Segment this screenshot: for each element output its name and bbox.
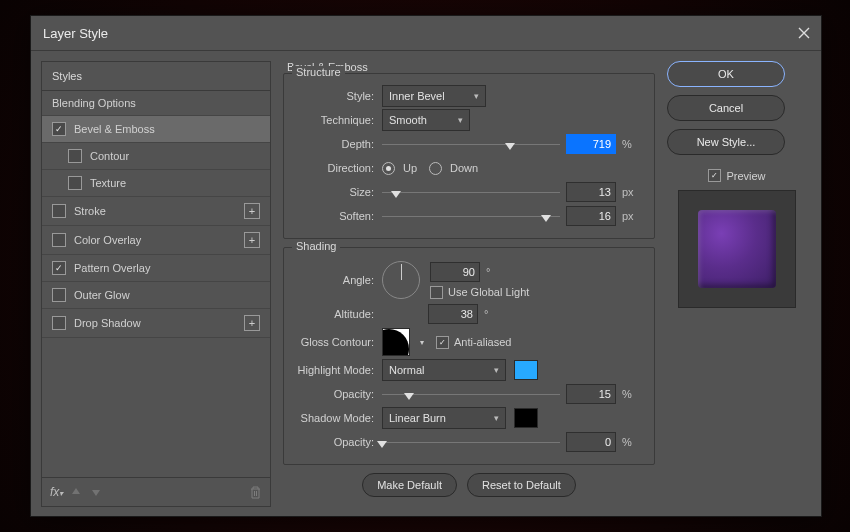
angle-label: Angle: bbox=[294, 274, 382, 286]
style-item-label: Drop Shadow bbox=[74, 317, 141, 329]
highlight-opacity-slider[interactable] bbox=[382, 384, 560, 404]
checkbox-icon[interactable] bbox=[68, 149, 82, 163]
style-label: Style: bbox=[294, 90, 382, 102]
style-select[interactable]: Inner Bevel▾ bbox=[382, 85, 486, 107]
preview-thumbnail bbox=[678, 190, 796, 308]
chevron-down-icon: ▾ bbox=[458, 115, 463, 125]
angle-unit: ° bbox=[480, 266, 508, 278]
chevron-down-icon[interactable]: ▾ bbox=[416, 329, 428, 355]
structure-fieldset: Structure Style: Inner Bevel▾ Technique:… bbox=[283, 73, 655, 239]
reset-to-default-button[interactable]: Reset to Default bbox=[467, 473, 576, 497]
dialog-title: Layer Style bbox=[43, 26, 108, 41]
opacity1-unit: % bbox=[616, 388, 644, 400]
radio-icon bbox=[382, 162, 395, 175]
size-input[interactable] bbox=[566, 182, 616, 202]
make-default-button[interactable]: Make Default bbox=[362, 473, 457, 497]
style-item-color-overlay[interactable]: Color Overlay+ bbox=[42, 226, 270, 255]
gloss-contour-label: Gloss Contour: bbox=[294, 336, 382, 348]
direction-radio-group: Up Down bbox=[382, 162, 478, 175]
checkbox-icon[interactable] bbox=[52, 233, 66, 247]
checkbox-icon bbox=[436, 336, 449, 349]
checkbox-icon bbox=[430, 286, 443, 299]
style-item-label: Pattern Overlay bbox=[74, 262, 150, 274]
arrow-up-icon[interactable] bbox=[69, 485, 83, 499]
dialog-body: Styles Blending OptionsBevel & EmbossCon… bbox=[31, 51, 821, 517]
altitude-input[interactable] bbox=[428, 304, 478, 324]
style-item-label: Blending Options bbox=[52, 97, 136, 109]
depth-label: Depth: bbox=[294, 138, 382, 150]
depth-slider[interactable] bbox=[382, 134, 560, 154]
opacity2-unit: % bbox=[616, 436, 644, 448]
close-button[interactable] bbox=[787, 16, 821, 50]
action-column: OK Cancel New Style... Preview bbox=[667, 61, 807, 507]
settings-panel: Bevel & Emboss Structure Style: Inner Be… bbox=[283, 61, 655, 507]
checkbox-icon[interactable] bbox=[52, 122, 66, 136]
depth-input[interactable] bbox=[566, 134, 616, 154]
checkbox-icon[interactable] bbox=[52, 288, 66, 302]
technique-label: Technique: bbox=[294, 114, 382, 126]
shadow-mode-label: Shadow Mode: bbox=[294, 412, 382, 424]
chevron-down-icon: ▾ bbox=[474, 91, 479, 101]
highlight-opacity-input[interactable] bbox=[566, 384, 616, 404]
style-item-label: Color Overlay bbox=[74, 234, 141, 246]
ok-button[interactable]: OK bbox=[667, 61, 785, 87]
style-item-stroke[interactable]: Stroke+ bbox=[42, 197, 270, 226]
trash-icon[interactable] bbox=[248, 485, 262, 499]
fx-icon[interactable]: fx▾ bbox=[50, 485, 63, 499]
size-unit: px bbox=[616, 186, 644, 198]
add-effect-icon[interactable]: + bbox=[244, 315, 260, 331]
direction-up[interactable]: Up bbox=[382, 162, 417, 175]
style-item-label: Texture bbox=[90, 177, 126, 189]
close-icon bbox=[798, 27, 810, 39]
style-item-texture[interactable]: Texture bbox=[42, 170, 270, 197]
preview-checkbox[interactable]: Preview bbox=[708, 169, 765, 182]
style-item-drop-shadow[interactable]: Drop Shadow+ bbox=[42, 309, 270, 338]
size-label: Size: bbox=[294, 186, 382, 198]
checkbox-icon[interactable] bbox=[52, 316, 66, 330]
highlight-color-swatch[interactable] bbox=[514, 360, 538, 380]
anti-aliased-checkbox[interactable]: Anti-aliased bbox=[436, 336, 511, 349]
structure-legend: Structure bbox=[292, 66, 345, 78]
shading-fieldset: Shading Angle: ° Use Global Light bbox=[283, 247, 655, 465]
altitude-unit: ° bbox=[478, 308, 506, 320]
angle-input[interactable] bbox=[430, 262, 480, 282]
preview-content bbox=[698, 210, 776, 288]
shadow-opacity-slider[interactable] bbox=[382, 432, 560, 452]
style-item-bevel-emboss[interactable]: Bevel & Emboss bbox=[42, 116, 270, 143]
styles-header[interactable]: Styles bbox=[42, 62, 270, 91]
technique-select[interactable]: Smooth▾ bbox=[382, 109, 470, 131]
titlebar[interactable]: Layer Style bbox=[31, 16, 821, 51]
shadow-opacity-input[interactable] bbox=[566, 432, 616, 452]
gloss-contour-picker[interactable] bbox=[382, 328, 410, 356]
cancel-button[interactable]: Cancel bbox=[667, 95, 785, 121]
sidebar-footer: fx▾ bbox=[42, 477, 270, 506]
soften-slider[interactable] bbox=[382, 206, 560, 226]
shadow-mode-select[interactable]: Linear Burn▾ bbox=[382, 407, 506, 429]
style-item-pattern-overlay[interactable]: Pattern Overlay bbox=[42, 255, 270, 282]
angle-dial[interactable] bbox=[382, 261, 420, 299]
direction-down[interactable]: Down bbox=[429, 162, 478, 175]
style-item-contour[interactable]: Contour bbox=[42, 143, 270, 170]
soften-label: Soften: bbox=[294, 210, 382, 222]
depth-unit: % bbox=[616, 138, 644, 150]
style-item-outer-glow[interactable]: Outer Glow bbox=[42, 282, 270, 309]
checkbox-icon[interactable] bbox=[52, 261, 66, 275]
add-effect-icon[interactable]: + bbox=[244, 232, 260, 248]
opacity2-label: Opacity: bbox=[294, 436, 382, 448]
checkbox-icon[interactable] bbox=[68, 176, 82, 190]
checkbox-icon[interactable] bbox=[52, 204, 66, 218]
use-global-light-checkbox[interactable]: Use Global Light bbox=[430, 286, 529, 299]
highlight-mode-label: Highlight Mode: bbox=[294, 364, 382, 376]
shadow-color-swatch[interactable] bbox=[514, 408, 538, 428]
size-slider[interactable] bbox=[382, 182, 560, 202]
new-style-button[interactable]: New Style... bbox=[667, 129, 785, 155]
default-buttons: Make Default Reset to Default bbox=[283, 473, 655, 497]
chevron-down-icon: ▾ bbox=[494, 365, 499, 375]
soften-unit: px bbox=[616, 210, 644, 222]
highlight-mode-select[interactable]: Normal▾ bbox=[382, 359, 506, 381]
soften-input[interactable] bbox=[566, 206, 616, 226]
add-effect-icon[interactable]: + bbox=[244, 203, 260, 219]
style-item-blending-options[interactable]: Blending Options bbox=[42, 91, 270, 116]
shading-legend: Shading bbox=[292, 240, 340, 252]
arrow-down-icon[interactable] bbox=[89, 485, 103, 499]
